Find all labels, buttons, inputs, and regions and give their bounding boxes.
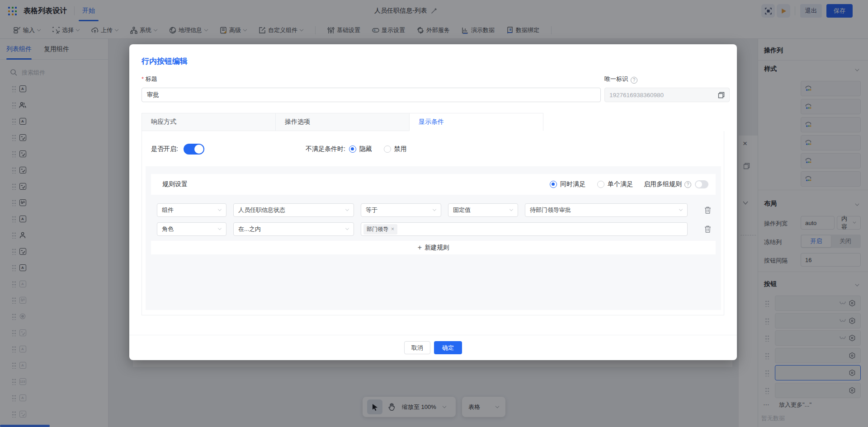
delete-rule1-button[interactable] [704, 206, 712, 214]
match-any-label: 单个满足 [608, 180, 633, 188]
dialog-footer: 取消 确定 [129, 335, 737, 360]
radio-hide-label: 隐藏 [359, 145, 372, 153]
rule1-field-select[interactable]: 人员任职信息状态 [233, 203, 354, 217]
unmet-label: 不满足条件时: [306, 145, 345, 153]
match-all-label: 同时满足 [560, 180, 585, 188]
add-rule-button[interactable]: + 新建规则 [151, 241, 716, 254]
cancel-button[interactable]: 取消 [404, 341, 430, 354]
copy-icon[interactable] [718, 92, 725, 99]
radio-disable[interactable] [384, 145, 391, 153]
rule1-value-select[interactable]: 待部门领导审批 [525, 203, 688, 217]
enabled-toggle[interactable] [184, 144, 204, 155]
rule1-value-type-select[interactable]: 固定值 [448, 203, 518, 217]
dialog-tabs: 响应方式 操作选项 显示条件 [142, 113, 543, 131]
selected-role-tag: 部门领导× [363, 224, 397, 235]
uid-label: 唯一标识? [604, 75, 637, 84]
uid-value: 1927616938360980 [609, 92, 664, 99]
ok-button[interactable]: 确定 [434, 341, 462, 354]
rules-header: 规则设置 同时满足 单个满足 启用多组规则 ? [151, 174, 716, 195]
multi-group-label: 启用多组规则 [644, 180, 682, 188]
help-icon[interactable]: ? [684, 181, 691, 188]
delete-rule2-button[interactable] [704, 225, 712, 233]
multi-group-toggle[interactable] [695, 180, 708, 188]
tab-response-mode[interactable]: 响应方式 [142, 113, 276, 131]
rule1-operator-select[interactable]: 等于 [361, 203, 441, 217]
radio-hide[interactable] [349, 145, 356, 153]
dialog-title: 行内按钮编辑 [142, 56, 188, 66]
enabled-label: 是否开启: [151, 145, 178, 153]
radio-disable-label: 禁用 [394, 145, 407, 153]
radio-match-any[interactable] [597, 181, 604, 188]
rules-panel: 规则设置 同时满足 单个满足 启用多组规则 ? 组件 人员任职信息状态 等于 固… [146, 166, 721, 310]
help-icon[interactable]: ? [631, 77, 637, 84]
rules-title: 规则设置 [162, 180, 188, 188]
display-conditions-panel: 是否开启: 不满足条件时: 隐藏 禁用 规则设置 同时满足 单个满足 启用多组规… [142, 131, 724, 315]
plus-icon: + [418, 244, 422, 252]
tab-display-conditions[interactable]: 显示条件 [409, 113, 543, 131]
tab-action-options[interactable]: 操作选项 [275, 113, 410, 131]
rule2-type-select[interactable]: 角色 [157, 222, 226, 236]
radio-match-all[interactable] [550, 181, 557, 188]
rule2-operator-select[interactable]: 在...之内 [233, 222, 354, 236]
remove-tag-icon[interactable]: × [391, 226, 394, 232]
title-field-label: 标题 [142, 75, 157, 83]
rule1-type-select[interactable]: 组件 [157, 203, 226, 217]
title-field-input[interactable] [142, 88, 601, 102]
inline-button-edit-dialog: 行内按钮编辑 标题 唯一标识? 1927616938360980 响应方式 操作… [129, 44, 737, 360]
rule2-value-multiselect[interactable]: 部门领导× [361, 222, 688, 236]
uid-field: 1927616938360980 [604, 88, 730, 102]
